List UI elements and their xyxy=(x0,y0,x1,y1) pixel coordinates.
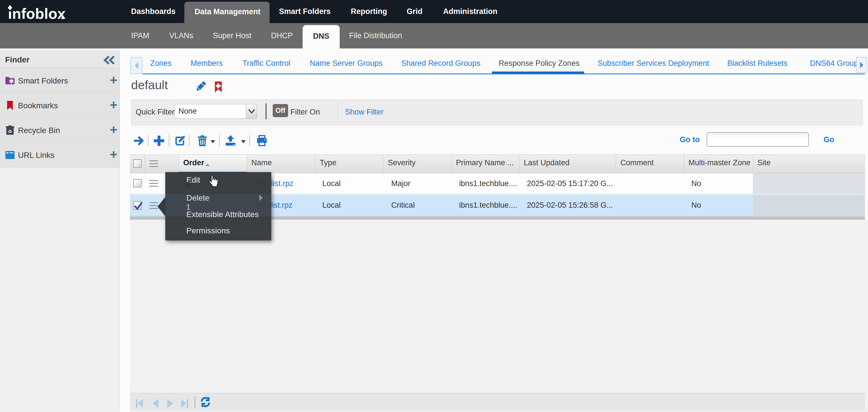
svg-text:infoblox: infoblox xyxy=(8,5,66,21)
svg-text:♻: ♻ xyxy=(8,129,12,134)
